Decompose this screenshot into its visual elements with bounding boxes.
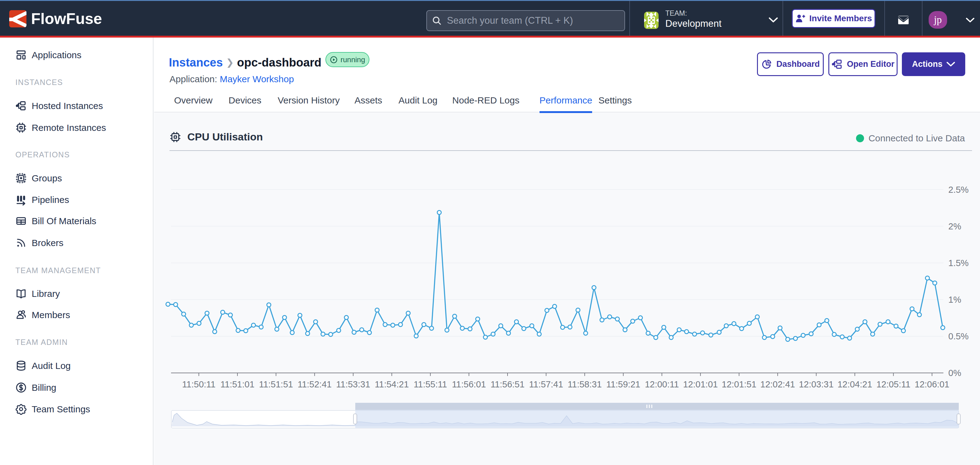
svg-text:11:53:31: 11:53:31	[336, 379, 370, 389]
svg-text:0%: 0%	[948, 368, 961, 378]
svg-text:2%: 2%	[948, 221, 961, 231]
svg-text:11:51:01: 11:51:01	[221, 379, 255, 389]
svg-text:11:55:11: 11:55:11	[414, 379, 447, 389]
svg-text:1.5%: 1.5%	[948, 258, 969, 268]
svg-text:12:05:11: 12:05:11	[877, 379, 910, 389]
svg-text:12:06:01: 12:06:01	[915, 379, 950, 389]
svg-text:12:02:41: 12:02:41	[760, 379, 795, 389]
svg-text:12:00:11: 12:00:11	[645, 379, 679, 389]
svg-text:11:50:11: 11:50:11	[182, 379, 216, 389]
svg-text:11:58:31: 11:58:31	[568, 379, 602, 389]
svg-text:11:56:01: 11:56:01	[452, 379, 486, 389]
svg-text:11:51:51: 11:51:51	[259, 379, 293, 389]
svg-text:11:52:41: 11:52:41	[298, 379, 332, 389]
svg-text:1%: 1%	[948, 295, 961, 305]
svg-text:12:04:21: 12:04:21	[838, 379, 872, 389]
svg-text:11:54:21: 11:54:21	[375, 379, 409, 389]
svg-text:12:01:51: 12:01:51	[722, 379, 756, 389]
svg-text:11:56:51: 11:56:51	[491, 379, 525, 389]
svg-text:11:59:21: 11:59:21	[606, 379, 640, 389]
svg-text:12:01:01: 12:01:01	[683, 379, 718, 389]
svg-text:12:03:31: 12:03:31	[799, 379, 834, 389]
svg-text:0.5%: 0.5%	[948, 331, 969, 341]
svg-text:11:57:41: 11:57:41	[529, 379, 563, 389]
svg-text:2.5%: 2.5%	[948, 185, 969, 195]
